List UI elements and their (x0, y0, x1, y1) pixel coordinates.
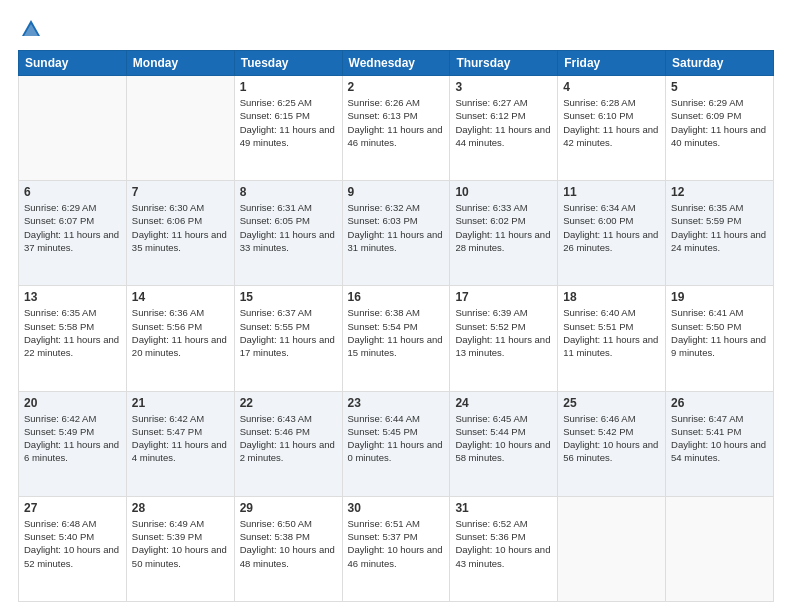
logo (18, 18, 42, 40)
day-info: Sunrise: 6:26 AM Sunset: 6:13 PM Dayligh… (348, 96, 445, 149)
calendar-cell: 9Sunrise: 6:32 AM Sunset: 6:03 PM Daylig… (342, 181, 450, 286)
day-number: 22 (240, 396, 337, 410)
calendar-table: SundayMondayTuesdayWednesdayThursdayFrid… (18, 50, 774, 602)
day-number: 19 (671, 290, 768, 304)
day-info: Sunrise: 6:28 AM Sunset: 6:10 PM Dayligh… (563, 96, 660, 149)
day-info: Sunrise: 6:34 AM Sunset: 6:00 PM Dayligh… (563, 201, 660, 254)
calendar-header-row: SundayMondayTuesdayWednesdayThursdayFrid… (19, 51, 774, 76)
calendar-cell: 21Sunrise: 6:42 AM Sunset: 5:47 PM Dayli… (126, 391, 234, 496)
day-info: Sunrise: 6:35 AM Sunset: 5:58 PM Dayligh… (24, 306, 121, 359)
weekday-header-thursday: Thursday (450, 51, 558, 76)
calendar-cell (666, 496, 774, 601)
day-info: Sunrise: 6:51 AM Sunset: 5:37 PM Dayligh… (348, 517, 445, 570)
day-number: 3 (455, 80, 552, 94)
day-info: Sunrise: 6:42 AM Sunset: 5:49 PM Dayligh… (24, 412, 121, 465)
day-number: 27 (24, 501, 121, 515)
day-number: 20 (24, 396, 121, 410)
calendar-cell: 3Sunrise: 6:27 AM Sunset: 6:12 PM Daylig… (450, 76, 558, 181)
day-info: Sunrise: 6:48 AM Sunset: 5:40 PM Dayligh… (24, 517, 121, 570)
day-number: 7 (132, 185, 229, 199)
calendar-cell: 28Sunrise: 6:49 AM Sunset: 5:39 PM Dayli… (126, 496, 234, 601)
page: SundayMondayTuesdayWednesdayThursdayFrid… (0, 0, 792, 612)
day-info: Sunrise: 6:35 AM Sunset: 5:59 PM Dayligh… (671, 201, 768, 254)
day-number: 12 (671, 185, 768, 199)
calendar-cell: 29Sunrise: 6:50 AM Sunset: 5:38 PM Dayli… (234, 496, 342, 601)
day-info: Sunrise: 6:45 AM Sunset: 5:44 PM Dayligh… (455, 412, 552, 465)
day-info: Sunrise: 6:37 AM Sunset: 5:55 PM Dayligh… (240, 306, 337, 359)
day-number: 8 (240, 185, 337, 199)
day-info: Sunrise: 6:52 AM Sunset: 5:36 PM Dayligh… (455, 517, 552, 570)
day-number: 21 (132, 396, 229, 410)
day-info: Sunrise: 6:47 AM Sunset: 5:41 PM Dayligh… (671, 412, 768, 465)
day-info: Sunrise: 6:41 AM Sunset: 5:50 PM Dayligh… (671, 306, 768, 359)
day-number: 30 (348, 501, 445, 515)
calendar-cell: 5Sunrise: 6:29 AM Sunset: 6:09 PM Daylig… (666, 76, 774, 181)
calendar-cell: 25Sunrise: 6:46 AM Sunset: 5:42 PM Dayli… (558, 391, 666, 496)
logo-icon (20, 18, 42, 40)
calendar-cell: 13Sunrise: 6:35 AM Sunset: 5:58 PM Dayli… (19, 286, 127, 391)
day-number: 17 (455, 290, 552, 304)
day-number: 4 (563, 80, 660, 94)
day-number: 29 (240, 501, 337, 515)
day-number: 10 (455, 185, 552, 199)
day-number: 26 (671, 396, 768, 410)
calendar-cell: 31Sunrise: 6:52 AM Sunset: 5:36 PM Dayli… (450, 496, 558, 601)
day-info: Sunrise: 6:29 AM Sunset: 6:09 PM Dayligh… (671, 96, 768, 149)
day-info: Sunrise: 6:50 AM Sunset: 5:38 PM Dayligh… (240, 517, 337, 570)
calendar-cell: 14Sunrise: 6:36 AM Sunset: 5:56 PM Dayli… (126, 286, 234, 391)
calendar-cell (126, 76, 234, 181)
day-number: 15 (240, 290, 337, 304)
day-number: 1 (240, 80, 337, 94)
calendar-row-1: 6Sunrise: 6:29 AM Sunset: 6:07 PM Daylig… (19, 181, 774, 286)
day-info: Sunrise: 6:30 AM Sunset: 6:06 PM Dayligh… (132, 201, 229, 254)
calendar-cell: 23Sunrise: 6:44 AM Sunset: 5:45 PM Dayli… (342, 391, 450, 496)
day-number: 16 (348, 290, 445, 304)
calendar-cell: 11Sunrise: 6:34 AM Sunset: 6:00 PM Dayli… (558, 181, 666, 286)
day-number: 11 (563, 185, 660, 199)
calendar-cell: 30Sunrise: 6:51 AM Sunset: 5:37 PM Dayli… (342, 496, 450, 601)
calendar-row-0: 1Sunrise: 6:25 AM Sunset: 6:15 PM Daylig… (19, 76, 774, 181)
calendar-cell: 18Sunrise: 6:40 AM Sunset: 5:51 PM Dayli… (558, 286, 666, 391)
weekday-header-saturday: Saturday (666, 51, 774, 76)
day-number: 6 (24, 185, 121, 199)
weekday-header-wednesday: Wednesday (342, 51, 450, 76)
calendar-cell: 4Sunrise: 6:28 AM Sunset: 6:10 PM Daylig… (558, 76, 666, 181)
calendar-cell: 22Sunrise: 6:43 AM Sunset: 5:46 PM Dayli… (234, 391, 342, 496)
day-number: 23 (348, 396, 445, 410)
calendar-cell: 20Sunrise: 6:42 AM Sunset: 5:49 PM Dayli… (19, 391, 127, 496)
day-info: Sunrise: 6:32 AM Sunset: 6:03 PM Dayligh… (348, 201, 445, 254)
day-info: Sunrise: 6:31 AM Sunset: 6:05 PM Dayligh… (240, 201, 337, 254)
calendar-row-3: 20Sunrise: 6:42 AM Sunset: 5:49 PM Dayli… (19, 391, 774, 496)
day-info: Sunrise: 6:42 AM Sunset: 5:47 PM Dayligh… (132, 412, 229, 465)
day-number: 18 (563, 290, 660, 304)
day-number: 24 (455, 396, 552, 410)
calendar-cell: 7Sunrise: 6:30 AM Sunset: 6:06 PM Daylig… (126, 181, 234, 286)
calendar-cell: 17Sunrise: 6:39 AM Sunset: 5:52 PM Dayli… (450, 286, 558, 391)
day-info: Sunrise: 6:27 AM Sunset: 6:12 PM Dayligh… (455, 96, 552, 149)
calendar-cell: 8Sunrise: 6:31 AM Sunset: 6:05 PM Daylig… (234, 181, 342, 286)
day-number: 5 (671, 80, 768, 94)
day-number: 28 (132, 501, 229, 515)
calendar-cell: 6Sunrise: 6:29 AM Sunset: 6:07 PM Daylig… (19, 181, 127, 286)
calendar-cell: 10Sunrise: 6:33 AM Sunset: 6:02 PM Dayli… (450, 181, 558, 286)
day-info: Sunrise: 6:46 AM Sunset: 5:42 PM Dayligh… (563, 412, 660, 465)
weekday-header-monday: Monday (126, 51, 234, 76)
header (18, 18, 774, 40)
weekday-header-tuesday: Tuesday (234, 51, 342, 76)
calendar-cell: 12Sunrise: 6:35 AM Sunset: 5:59 PM Dayli… (666, 181, 774, 286)
day-info: Sunrise: 6:33 AM Sunset: 6:02 PM Dayligh… (455, 201, 552, 254)
day-info: Sunrise: 6:38 AM Sunset: 5:54 PM Dayligh… (348, 306, 445, 359)
weekday-header-sunday: Sunday (19, 51, 127, 76)
calendar-row-2: 13Sunrise: 6:35 AM Sunset: 5:58 PM Dayli… (19, 286, 774, 391)
day-number: 31 (455, 501, 552, 515)
calendar-cell: 2Sunrise: 6:26 AM Sunset: 6:13 PM Daylig… (342, 76, 450, 181)
calendar-cell: 19Sunrise: 6:41 AM Sunset: 5:50 PM Dayli… (666, 286, 774, 391)
day-info: Sunrise: 6:40 AM Sunset: 5:51 PM Dayligh… (563, 306, 660, 359)
day-info: Sunrise: 6:36 AM Sunset: 5:56 PM Dayligh… (132, 306, 229, 359)
day-info: Sunrise: 6:49 AM Sunset: 5:39 PM Dayligh… (132, 517, 229, 570)
day-info: Sunrise: 6:44 AM Sunset: 5:45 PM Dayligh… (348, 412, 445, 465)
calendar-cell: 24Sunrise: 6:45 AM Sunset: 5:44 PM Dayli… (450, 391, 558, 496)
calendar-cell (558, 496, 666, 601)
calendar-cell: 27Sunrise: 6:48 AM Sunset: 5:40 PM Dayli… (19, 496, 127, 601)
calendar-cell: 1Sunrise: 6:25 AM Sunset: 6:15 PM Daylig… (234, 76, 342, 181)
